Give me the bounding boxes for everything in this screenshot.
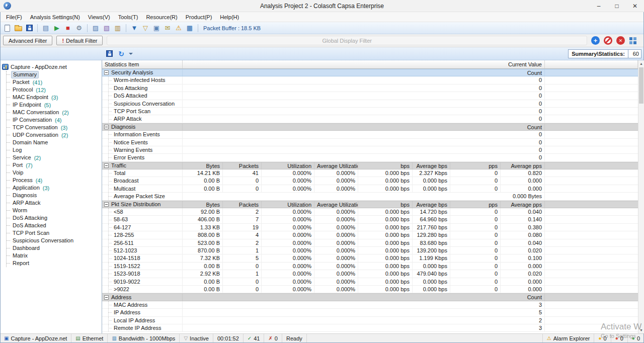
vertical-scrollbar[interactable] xyxy=(638,60,644,333)
save-icon[interactable] xyxy=(24,23,34,33)
stats-row-1523-9018[interactable]: 1523-90182.92 KB10.000%0.000%0.000 bps47… xyxy=(102,270,638,278)
menu-item-file-f[interactable]: File(F) xyxy=(2,12,26,22)
remove-filter-button[interactable] xyxy=(616,36,625,45)
node-group-icon[interactable]: ▧ xyxy=(102,23,112,33)
section-row-security-analysis[interactable]: Security AnalysisCount xyxy=(102,69,638,76)
collapse-icon[interactable] xyxy=(104,163,109,168)
stats-row-information-events[interactable]: Information Events0 xyxy=(102,131,638,138)
stats-row-local-ip-address[interactable]: Local IP Address2 xyxy=(102,317,638,324)
stats-row-arp-attack[interactable]: ARP Attack0 xyxy=(102,115,638,123)
sidebar-item-dashboard[interactable]: Dashboard xyxy=(7,244,102,252)
stats-row-suspicious-conversation[interactable]: Suspicious Conversation0 xyxy=(102,100,638,108)
refresh-dropdown-arrow-icon[interactable] xyxy=(129,53,133,55)
sidebar-item-mac-conversation[interactable]: MAC Conversation(2) xyxy=(7,109,102,116)
stats-row-average-packet-size[interactable]: Average Packet Size0.000 Bytes xyxy=(102,193,638,200)
status-alarm-explorer[interactable]: ⚠Alarm Explorer xyxy=(542,334,594,343)
default-filter-button[interactable]: ! Default Filter xyxy=(56,36,103,45)
stats-row-128-255[interactable]: 128-255808.00 B40.000%0.000%0.000 bps129… xyxy=(102,231,638,239)
stats-row-worm-infected-hosts[interactable]: Worm-infected Hosts0 xyxy=(102,76,638,84)
alarm-notification-icon[interactable]: ⚠ xyxy=(174,23,184,33)
stats-row-warning-events[interactable]: Warning Events0 xyxy=(102,146,638,154)
stats-row-error-events[interactable]: Error Events0 xyxy=(102,154,638,161)
stats-row-dos-attacked[interactable]: DoS Attacked0 xyxy=(102,92,638,100)
sidebar-root-capture[interactable]: Capture - AppDoze.net xyxy=(0,62,102,71)
stats-row-1519-1522[interactable]: 1519-15220.00 B00.000%0.000%0.000 bps0.0… xyxy=(102,263,638,270)
stats-row-9019-9022[interactable]: 9019-90220.00 B00.000%0.000%0.000 bps0.0… xyxy=(102,278,638,286)
stop-capture-icon[interactable]: ■ xyxy=(63,23,73,33)
close-button[interactable]: ✕ xyxy=(626,0,644,12)
add-filter-button[interactable] xyxy=(591,36,600,45)
section-row-address[interactable]: AddressCount xyxy=(102,293,638,301)
display-filter-icon[interactable]: ▼ xyxy=(129,23,139,33)
stats-row-total[interactable]: Total14.21 KB410.000%0.000%0.000 bps2.32… xyxy=(102,169,638,177)
stats-row-remote-ip-address[interactable]: Remote IP Address3 xyxy=(102,324,638,332)
column-header-current-value[interactable]: Current Value xyxy=(183,60,545,68)
analysis-settings-icon[interactable]: ▨ xyxy=(91,23,101,33)
advanced-filter-button[interactable]: Advanced Filter xyxy=(3,36,52,45)
sidebar-item-summary[interactable]: Summary xyxy=(7,71,102,78)
stats-row-58-63[interactable]: 58-63406.00 B70.000%0.000%0.000 bps64.96… xyxy=(102,216,638,223)
sidebar-item-service[interactable]: Service(2) xyxy=(7,154,102,161)
open-project-icon[interactable] xyxy=(13,23,23,33)
stats-row-64-127[interactable]: 64-1271.33 KB190.000%0.000%0.000 bps217.… xyxy=(102,224,638,231)
sidebar-item-matrix[interactable]: Matrix xyxy=(7,252,102,260)
refresh-icon[interactable] xyxy=(116,49,126,59)
stats-row-mac-address[interactable]: MAC Address3 xyxy=(102,301,638,309)
menu-item-product-p[interactable]: Product(P) xyxy=(182,12,216,22)
column-header-statistics-item[interactable]: Statistics Item xyxy=(102,60,183,68)
sidebar-item-udp-conversation[interactable]: UDP Conversation(2) xyxy=(7,131,102,139)
sidebar-item-voip[interactable]: Voip xyxy=(7,169,102,177)
filter-list-button[interactable] xyxy=(629,37,637,45)
sidebar-item-dos-attacking[interactable]: DoS Attacking xyxy=(7,214,102,222)
sidebar-item-arp-attack[interactable]: ARP Attack xyxy=(7,199,102,207)
sidebar-item-worm[interactable]: Worm xyxy=(7,207,102,214)
scroll-down-icon[interactable] xyxy=(638,327,644,333)
menu-item-help-h[interactable]: Help(H) xyxy=(216,12,243,22)
sidebar-item-application[interactable]: Application(3) xyxy=(7,184,102,192)
menu-item-analysis-settings-n[interactable]: Analysis Settings(N) xyxy=(26,12,84,22)
packet-filter-icon[interactable]: ▽ xyxy=(140,23,150,33)
sidebar-item-process[interactable]: Process(4) xyxy=(7,177,102,184)
sidebar-item-ip-conversation[interactable]: IP Conversation(4) xyxy=(7,116,102,124)
sidebar-item-log[interactable]: Log xyxy=(7,146,102,154)
general-settings-icon[interactable]: ⚙ xyxy=(74,23,84,33)
sidebar-item-mac-endpoint[interactable]: MAC Endpoint(3) xyxy=(7,94,102,101)
stats-row-notice-events[interactable]: Notice Events0 xyxy=(102,139,638,146)
sidebar-item-protocol[interactable]: Protocol(12) xyxy=(7,86,102,94)
sidebar-item-tcp-conversation[interactable]: TCP Conversation(3) xyxy=(7,124,102,131)
sidebar-item-report[interactable]: Report xyxy=(7,260,102,267)
adapter-icon[interactable]: ▤ xyxy=(41,23,51,33)
scroll-up-icon[interactable] xyxy=(638,60,644,67)
sidebar-item-port[interactable]: Port(7) xyxy=(7,161,102,169)
log-output-icon[interactable]: ✉ xyxy=(163,23,173,33)
start-capture-icon[interactable]: ▶ xyxy=(52,23,62,33)
alarm-settings-icon[interactable]: ▥ xyxy=(113,23,123,33)
stats-row-58[interactable]: <5892.00 B20.000%0.000%0.000 bps14.720 b… xyxy=(102,208,638,216)
sidebar-item-tcp-port-scan[interactable]: TCP Port Scan xyxy=(7,229,102,237)
scrollbar-thumb[interactable] xyxy=(639,67,643,104)
sidebar-item-ip-endpoint[interactable]: IP Endpoint(5) xyxy=(7,101,102,109)
sidebar-item-dos-attacked[interactable]: DoS Attacked xyxy=(7,222,102,229)
section-row-pkt-size-distribution[interactable]: Pkt Size DistributionBytesPacketsUtiliza… xyxy=(102,201,638,208)
stats-row-ip-address[interactable]: IP Address5 xyxy=(102,309,638,316)
menu-item-resource-r[interactable]: Resource(R) xyxy=(142,12,181,22)
disable-filter-button[interactable] xyxy=(604,36,612,45)
stats-row-broadcast[interactable]: Broadcast0.00 B00.000%0.000%0.000 bps0.0… xyxy=(102,177,638,185)
export-statistics-icon[interactable] xyxy=(104,49,114,59)
maximize-button[interactable]: □ xyxy=(608,0,626,12)
sidebar-item-suspicious-conversation[interactable]: Suspicious Conversation xyxy=(7,237,102,244)
collapse-icon[interactable] xyxy=(104,295,109,300)
stats-row-9022[interactable]: >90220.00 B00.000%0.000%0.000 bps0.000 b… xyxy=(102,286,638,293)
sidebar-item-packet[interactable]: Packet(41) xyxy=(7,78,102,86)
collapse-icon[interactable] xyxy=(104,125,109,129)
stats-row-256-511[interactable]: 256-511523.00 B20.000%0.000%0.000 bps83.… xyxy=(102,239,638,247)
minimize-button[interactable]: – xyxy=(590,0,608,12)
stats-row-multicast[interactable]: Multicast0.00 B00.000%0.000%0.000 bps0.0… xyxy=(102,185,638,193)
stats-row-512-1023[interactable]: 512-1023870.00 B10.000%0.000%0.000 bps13… xyxy=(102,247,638,254)
sidebar-item-domain-name[interactable]: Domain Name xyxy=(7,139,102,146)
sidebar-item-diagnosis[interactable]: Diagnosis xyxy=(7,192,102,199)
global-display-filter-area[interactable]: Global Display Filter xyxy=(107,36,587,45)
new-document-icon[interactable] xyxy=(2,23,12,33)
collapse-icon[interactable] xyxy=(104,70,109,75)
collapse-icon[interactable] xyxy=(104,202,109,207)
